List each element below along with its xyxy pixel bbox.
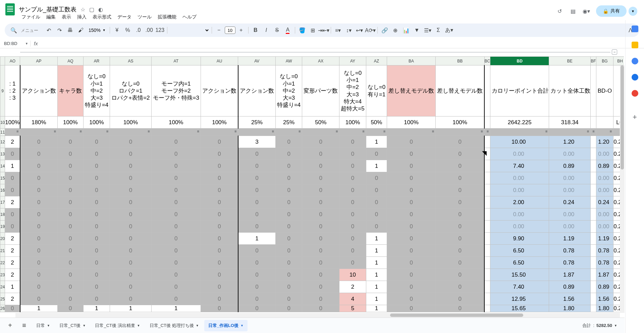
filter-AT[interactable]: ≡ — [151, 129, 201, 136]
r10-AX[interactable]: 50% — [302, 116, 339, 129]
r10-AR[interactable]: 100% — [83, 116, 110, 129]
cell-20-AS[interactable]: 0 — [110, 233, 151, 245]
filter-BG[interactable]: ≡ — [596, 129, 613, 136]
cell-12-AO[interactable]: 2 — [5, 136, 20, 148]
cell-23-BG[interactable]: 1.87 — [596, 269, 613, 281]
cell-19-AV[interactable]: 0 — [238, 221, 276, 233]
cell-17-BE[interactable]: 0.24 — [549, 196, 591, 208]
cell-26-BE[interactable]: 1.80 — [549, 305, 591, 312]
cell-19-BB[interactable]: 0 — [436, 221, 485, 233]
filter-icon[interactable]: ▼ — [412, 26, 422, 35]
cell-24-AY[interactable]: 2 — [339, 281, 366, 293]
col-AW[interactable]: AW — [275, 57, 302, 65]
cell-15-AU[interactable]: 0 — [201, 172, 238, 184]
filter-AS[interactable]: ≡ — [110, 129, 151, 136]
cell-17-BC[interactable] — [484, 196, 490, 208]
hdr9-AQ[interactable]: キャラ数 — [57, 65, 83, 116]
filter-BA[interactable]: ≡ — [387, 129, 436, 136]
cell-25-AT[interactable]: 0 — [151, 293, 201, 305]
r10-AO[interactable]: 100% — [5, 116, 20, 129]
cell-13-AT[interactable]: 0 — [151, 148, 201, 160]
filter-icon[interactable]: ≡ — [383, 129, 385, 133]
cell-26-BG[interactable]: 1.80 — [596, 305, 613, 312]
cell-23-AO[interactable]: 2 — [5, 269, 20, 281]
cell-19-AX[interactable]: 0 — [302, 221, 339, 233]
cell-24-BE[interactable]: 0.89 — [549, 281, 591, 293]
cell-25-AU[interactable]: 0 — [201, 293, 238, 305]
cell-14-AW[interactable]: 0 — [275, 160, 302, 172]
cell-25-AQ[interactable]: 0 — [57, 293, 83, 305]
cell-13-BD[interactable]: 0.00 — [490, 148, 549, 160]
cell-26-AR[interactable]: 1 — [83, 305, 110, 312]
r10-BF[interactable] — [591, 116, 596, 129]
cell-19-AQ[interactable]: 0 — [57, 221, 83, 233]
cell-14-AV[interactable]: 0 — [238, 160, 276, 172]
filter-AX[interactable]: ≡ — [302, 129, 339, 136]
horizontal-scrollbar[interactable] — [15, 313, 620, 318]
all-sheets-button[interactable]: ≡ — [18, 320, 30, 332]
cell-14-AQ[interactable]: 0 — [57, 160, 83, 172]
redo-icon[interactable]: ↷ — [54, 26, 64, 35]
cell-13-AO[interactable]: 0 — [5, 148, 20, 160]
cell-19-BD[interactable]: 0.00 — [490, 221, 549, 233]
cell-17-AP[interactable]: 0 — [20, 196, 58, 208]
cell-17-AS[interactable]: 0 — [110, 196, 151, 208]
cell-24-AT[interactable]: 0 — [151, 281, 201, 293]
cell-22-BD[interactable]: 6.50 — [490, 257, 549, 269]
menu-2[interactable]: 表示 — [59, 13, 74, 21]
menu-1[interactable]: 編集 — [44, 13, 58, 21]
cell-20-BD[interactable]: 9.90 — [490, 233, 549, 245]
row-26[interactable]: 26 — [0, 305, 5, 312]
cell-15-AO[interactable]: 0 — [5, 172, 20, 184]
cell-18-AU[interactable]: 0 — [201, 208, 238, 221]
cell-12-AY[interactable]: 0 — [339, 136, 366, 148]
cell-17-AR[interactable]: 0 — [83, 196, 110, 208]
menu-3[interactable]: 挿入 — [74, 13, 89, 21]
cell-15-AX[interactable]: 0 — [302, 172, 339, 184]
cell-14-BF[interactable] — [591, 160, 596, 172]
cell-17-BA[interactable]: 0 — [387, 196, 436, 208]
cell-21-BG[interactable]: 0.78 — [596, 245, 613, 257]
cell-12-BD[interactable]: 10.00 — [490, 136, 549, 148]
cell-24-BD[interactable]: 7.40 — [490, 281, 549, 293]
cell-19-AY[interactable]: 0 — [339, 221, 366, 233]
menu-8[interactable]: ヘルプ — [180, 13, 199, 21]
calendar-icon[interactable] — [632, 26, 638, 32]
cell-13-AR[interactable]: 0 — [83, 148, 110, 160]
cell-17-AV[interactable]: 0 — [238, 196, 276, 208]
link-icon[interactable]: 🔗 — [380, 26, 390, 35]
cell-26-AU[interactable]: 0 — [201, 305, 238, 312]
cell-12-BF[interactable] — [591, 136, 596, 148]
cell-24-AQ[interactable]: 0 — [57, 281, 83, 293]
filter-icon[interactable]: ≡ — [362, 129, 364, 133]
cell-16-AO[interactable]: 0 — [5, 184, 20, 196]
cell-15-BG[interactable]: 0.00 — [596, 172, 613, 184]
cell-15-AP[interactable]: 0 — [20, 172, 58, 184]
cell-20-AV[interactable]: 1 — [238, 233, 276, 245]
cell-22-BB[interactable]: 0 — [436, 257, 485, 269]
hdr9-BF[interactable] — [591, 65, 596, 116]
sheets-logo[interactable] — [5, 3, 15, 15]
col-AS[interactable]: AS — [110, 57, 151, 65]
borders-icon[interactable]: ⊞ — [308, 26, 318, 35]
cell-20-BB[interactable]: 0 — [436, 233, 485, 245]
row-19[interactable]: 19 — [0, 221, 5, 233]
cell-20-AX[interactable]: 0 — [302, 233, 339, 245]
cell-16-BA[interactable]: 0 — [387, 184, 436, 196]
sheet-tab-1[interactable]: 日常_CT後▼ — [55, 320, 90, 331]
italic-icon[interactable]: I — [261, 26, 271, 35]
menu-7[interactable]: 拡張機能 — [155, 13, 179, 21]
cell-23-AV[interactable]: 0 — [238, 269, 276, 281]
filter-icon[interactable]: ≡ — [197, 129, 199, 133]
cell-16-BF[interactable] — [591, 184, 596, 196]
bold-icon[interactable]: B — [251, 26, 261, 35]
col-AQ[interactable]: AQ — [57, 57, 83, 65]
cell-18-BD[interactable]: 0.00 — [490, 208, 549, 221]
cell-17-AZ[interactable]: 0 — [366, 196, 387, 208]
cell-17-BG[interactable]: 0.24 — [596, 196, 613, 208]
row-20[interactable]: 20 — [0, 233, 5, 245]
strike-icon[interactable]: S — [272, 26, 282, 35]
menu-5[interactable]: データ — [115, 13, 134, 21]
more-formats-icon[interactable]: 123 — [155, 26, 165, 35]
cell-17-AT[interactable]: 0 — [151, 196, 201, 208]
